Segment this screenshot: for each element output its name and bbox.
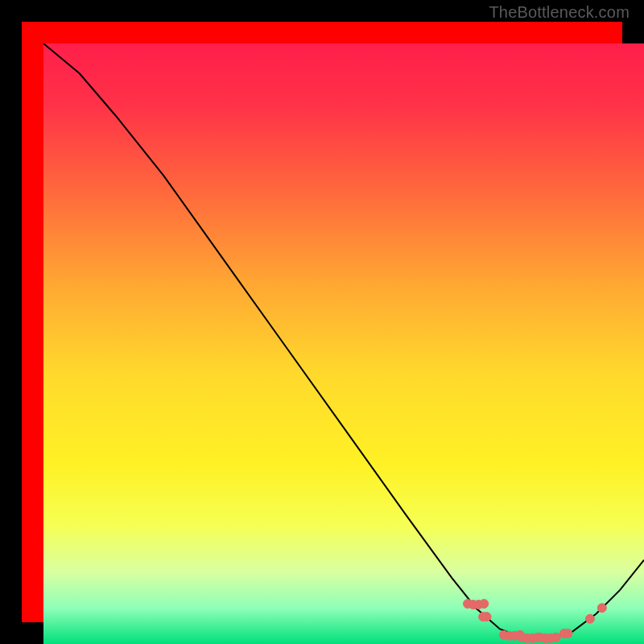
- data-marker: [479, 613, 488, 621]
- data-marker: [534, 633, 543, 642]
- data-marker: [505, 631, 514, 640]
- data-marker: [522, 634, 531, 642]
- chart-container: TheBottleneck.com: [0, 0, 644, 644]
- data-marker: [469, 601, 477, 609]
- watermark-text: TheBottleneck.com: [489, 3, 630, 22]
- plot-svg: [43, 43, 644, 644]
- data-marker: [541, 634, 550, 642]
- data-marker: [551, 633, 560, 642]
- data-marker: [464, 600, 473, 609]
- data-marker: [564, 630, 572, 638]
- data-marker: [516, 630, 525, 639]
- data-marker: [474, 601, 483, 609]
- data-marker: [518, 633, 526, 642]
- data-marker: [547, 634, 555, 642]
- data-marker: [585, 614, 594, 623]
- data-marker: [482, 613, 491, 621]
- plot-area: [22, 22, 622, 622]
- data-marker: [499, 630, 508, 639]
- bottleneck-curve: [43, 43, 644, 638]
- data-marker: [597, 604, 606, 613]
- data-marker: [559, 630, 568, 638]
- data-marker: [510, 631, 519, 640]
- data-marker: [480, 600, 489, 609]
- gradient-background: [43, 43, 644, 644]
- data-marker: [528, 634, 537, 642]
- data-marker: [535, 633, 544, 642]
- data-markers-group: [464, 600, 607, 643]
